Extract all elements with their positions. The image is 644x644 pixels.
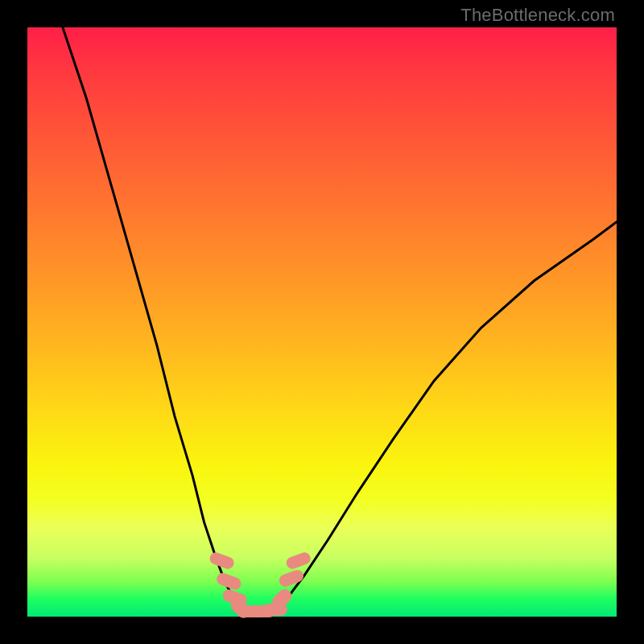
blob-marker: [208, 551, 235, 570]
curve-right: [275, 222, 617, 611]
chart-curves: [27, 27, 617, 617]
blob-marker: [278, 569, 304, 588]
chart-frame: TheBottleneck.com: [0, 0, 644, 644]
watermark-text: TheBottleneck.com: [460, 5, 615, 26]
curve-left: [63, 27, 240, 611]
blob-marker: [285, 551, 312, 570]
